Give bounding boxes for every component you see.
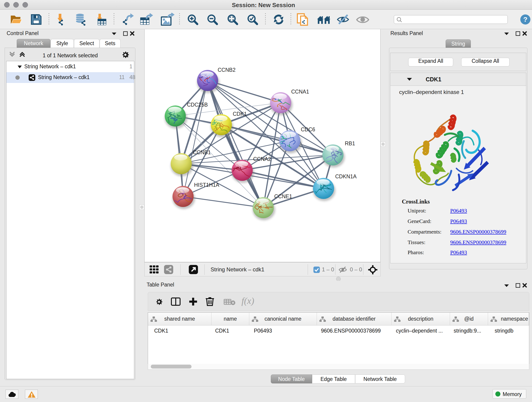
svg-text:CDKN1A: CDKN1A [335, 173, 357, 179]
svg-text:CDK1: CDK1 [233, 111, 247, 117]
svg-text:CCNB1: CCNB1 [193, 149, 211, 155]
svg-text:?: ? [523, 16, 527, 23]
svg-text:CDC6: CDC6 [301, 127, 315, 133]
svg-text:HIST1H1A: HIST1H1A [194, 182, 220, 188]
svg-text:CCNA2: CCNA2 [253, 156, 271, 162]
svg-text:CCNE1: CCNE1 [274, 193, 292, 199]
svg-text:CCNB2: CCNB2 [218, 67, 235, 73]
svg-text:CCNA1: CCNA1 [291, 89, 309, 95]
svg-text:CDC25B: CDC25B [187, 102, 208, 108]
svg-text:RB1: RB1 [345, 140, 355, 147]
